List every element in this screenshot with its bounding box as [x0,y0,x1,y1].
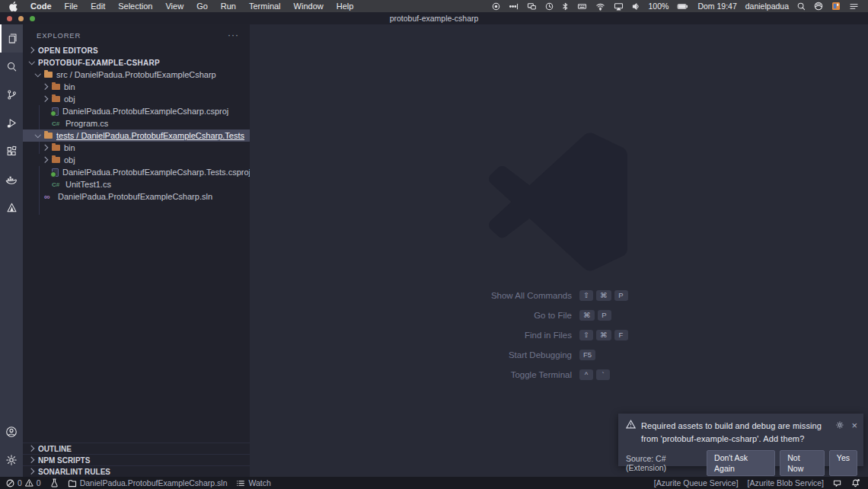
shortcut-row: Find in Files⇧⌘F [250,329,868,341]
activity-source-control[interactable] [0,81,23,109]
tree-item-bin[interactable]: bin [23,142,250,154]
key-cap: ^ [579,369,593,380]
tree-item-label: UnitTest1.cs [65,180,111,189]
menu-help[interactable]: Help [337,0,354,12]
tree-item-danielpadua-protobufexamplecsharp-tests-csproj[interactable]: DanielPadua.ProtobufExampleCsharp.Tests.… [23,166,250,178]
activity-bar-bottom [0,417,23,474]
disc-icon[interactable] [492,2,500,11]
tree-item-label: bin [64,82,75,91]
menu-clock[interactable]: Dom 19:47 [697,2,736,11]
menu-view[interactable]: View [165,0,183,12]
input-source-icon[interactable] [831,2,841,11]
wifi-icon[interactable] [595,2,605,11]
shortcut-row: Start DebuggingF5 [250,349,868,361]
watch-label: Watch [248,478,270,487]
activity-settings[interactable] [0,446,23,474]
menu-file[interactable]: File [65,0,78,12]
section-protobuf-example-csharp[interactable]: PROTOBUF-EXAMPLE-CSHARP [23,56,250,69]
panel-outline[interactable]: OUTLINE [23,443,250,454]
more-icon[interactable] [509,2,519,11]
azure-icon [6,202,18,213]
tree-item-tests[interactable]: tests / DanielPadua.ProtobufExampleCshar… [23,129,250,142]
section-open-editors[interactable]: OPEN EDITORS [23,44,250,56]
azurite-queue-service-status[interactable]: [Azurite Queue Service] [654,477,739,489]
yes-button[interactable]: Yes [829,450,857,476]
activity-docker[interactable] [0,165,23,193]
notification-close-icon[interactable]: × [851,421,857,430]
csproj-file-icon [52,107,59,116]
keyboard-icon[interactable] [577,2,587,11]
volume-icon[interactable] [632,2,640,11]
displays-icon[interactable] [527,2,537,11]
chevron-right-icon [43,84,49,90]
menu-username[interactable]: danielpadua [745,2,789,11]
maximize-window-button[interactable] [30,16,35,21]
menu-code[interactable]: Code [30,0,52,12]
activity-azure[interactable] [0,193,23,222]
shortcut-label: Show All Commands [250,291,572,300]
explorer-header: EXPLORER ··· [23,24,250,44]
warning-count-icon [25,479,34,487]
close-window-button[interactable] [7,16,12,21]
status-bar: 00DanielPadua.ProtobufExampleCsharp.slnW… [0,477,868,489]
folder-open-icon [44,133,53,139]
battery-icon[interactable] [677,2,689,11]
siri-icon[interactable] [814,2,823,11]
solution-selector[interactable]: DanielPadua.ProtobufExampleCsharp.sln [68,477,228,489]
activity-extensions[interactable] [0,137,23,165]
notification-source: Source: C# (Extension) [626,454,707,472]
bluetooth-icon[interactable] [562,2,569,11]
activity-accounts[interactable] [0,417,23,446]
source-control-icon [6,89,18,101]
key-cap: P [598,310,611,321]
azurite-blob-service-status[interactable]: [Azurite Blob Service] [748,477,824,489]
csproj-file-icon [52,168,59,177]
control-center-icon[interactable] [849,2,859,11]
tree-item-obj[interactable]: obj [23,154,250,166]
tree-item-program-cs[interactable]: C#Program.cs [23,117,250,129]
not-now-button[interactable]: Not Now [780,450,825,476]
tree-item-danielpadua-protobufexamplecsharp-sln[interactable]: ∞DanielPadua.ProtobufExampleCsharp.sln [23,190,250,203]
time-machine-icon[interactable] [545,2,554,11]
don-t-ask-again-button[interactable]: Don't Ask Again [707,450,775,476]
menu-edit[interactable]: Edit [91,0,105,12]
chevron-right-icon [43,157,49,163]
notification-settings-icon[interactable] [835,420,844,430]
feedback-indicator[interactable] [833,477,842,489]
sln-file-icon: ∞ [44,193,54,200]
menu-terminal[interactable]: Terminal [249,0,281,12]
watch-indicator[interactable]: Watch [236,477,270,489]
tree-item-bin[interactable]: bin [23,81,250,93]
more-actions-icon[interactable]: ··· [228,30,239,40]
key-cap: F5 [579,350,595,360]
sidebar-bottom-panels: OUTLINENPM SCRIPTSSONARLINT RULES [23,443,250,477]
panel-sonarlint-rules[interactable]: SONARLINT RULES [23,465,250,477]
minimize-window-button[interactable] [18,16,24,21]
menu-go[interactable]: Go [196,0,208,12]
gear-icon [5,454,18,466]
tree-item-unittest1-cs[interactable]: C#UnitTest1.cs [23,178,250,190]
chevron-down-icon [29,59,35,66]
menu-run[interactable]: Run [221,0,236,12]
problems-indicator[interactable]: 00 [6,477,41,489]
tree-item-label: bin [64,143,75,152]
activity-explorer[interactable] [0,24,23,53]
notification-toast: Required assets to build and debug are m… [618,414,863,466]
activity-search[interactable] [0,53,23,81]
panel-npm-scripts[interactable]: NPM SCRIPTS [23,454,250,465]
test-runner-indicator[interactable] [50,477,59,489]
airplay-icon[interactable] [614,2,624,11]
spotlight-icon[interactable] [797,2,806,11]
section-label: OPEN EDITORS [38,46,98,55]
activity-run-debug[interactable] [0,109,23,137]
csharp-file-icon: C# [52,120,62,127]
key-cap: ⌘ [579,310,595,321]
tree-item-src[interactable]: src / DanielPadua.ProtobufExampleCsharp [23,69,250,81]
menu-window[interactable]: Window [294,0,324,12]
menu-selection[interactable]: Selection [118,0,152,12]
window-title-bar[interactable]: protobuf-example-csharp [0,12,868,24]
tree-item-obj[interactable]: obj [23,93,250,105]
notifications-bell[interactable] [851,477,860,489]
tree-item-danielpadua-protobufexamplecsharp-csproj[interactable]: DanielPadua.ProtobufExampleCsharp.csproj [23,105,250,117]
apple-menu-icon[interactable] [9,2,18,11]
